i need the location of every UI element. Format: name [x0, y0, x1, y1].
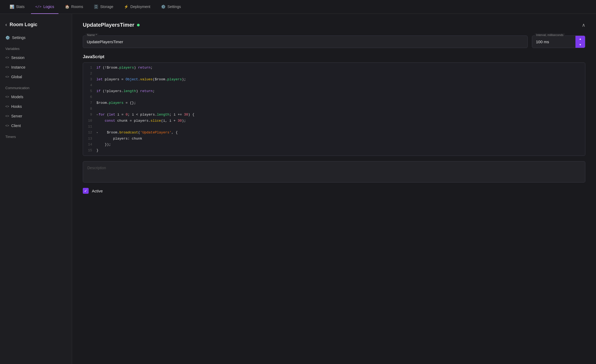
sidebar-item-session[interactable]: <> Session: [0, 53, 72, 62]
code-line: 2: [83, 71, 585, 77]
nav-deployment[interactable]: ⚡ Deployment: [120, 0, 155, 14]
communication-section-label: Communication: [0, 82, 72, 92]
logic-header: UpdatePlayersTimer ∧: [83, 22, 585, 28]
line-number: 12: [83, 130, 96, 135]
line-number: 8: [83, 106, 96, 112]
active-label: Active: [92, 189, 103, 193]
interval-down-button[interactable]: ▼: [575, 42, 585, 48]
interval-container: Interval, milliseconds 100 ms ▲ ▼: [532, 35, 585, 48]
line-number: 3: [83, 77, 96, 82]
sidebar-item-global[interactable]: <> Global: [0, 72, 72, 82]
code-icon-instance: <>: [5, 65, 9, 69]
code-icon-hooks: <>: [5, 105, 9, 108]
code-line: 6: [83, 94, 585, 100]
code-line: 13 players: chunk: [83, 136, 585, 142]
line-content: if (!players.length) return;: [96, 89, 155, 94]
code-line: 15}: [83, 148, 585, 153]
collapse-button[interactable]: ∧: [582, 22, 585, 28]
line-number: 14: [83, 142, 96, 147]
expand-arrow-icon[interactable]: ▾: [96, 113, 98, 116]
line-number: 7: [83, 100, 96, 106]
main-content: UpdatePlayersTimer ∧ Name * UpdatePlayer…: [72, 14, 596, 364]
code-icon-session: <>: [5, 56, 9, 60]
nav-stats[interactable]: 📊 Stats: [5, 0, 29, 14]
settings-nav-icon: ⚙️: [161, 5, 166, 9]
code-editor[interactable]: 1if (!$room.players) return;23let player…: [83, 62, 585, 156]
sidebar-title: Room Logic: [10, 22, 37, 27]
active-row: ✓ Active: [83, 188, 585, 194]
nav-storage[interactable]: 🗄️ Storage: [89, 0, 117, 14]
name-field-container: Name * UpdatePlayersTimer: [83, 35, 528, 48]
rooms-icon: 🏠: [65, 5, 69, 9]
code-line: 9▾for (let i = 0; i < players.length; i …: [83, 112, 585, 118]
status-dot: [137, 24, 140, 26]
interval-up-button[interactable]: ▲: [575, 36, 585, 42]
deployment-icon: ⚡: [124, 5, 128, 9]
logic-title: UpdatePlayersTimer: [83, 22, 140, 28]
name-field-label: Name *: [86, 33, 98, 37]
nav-logics[interactable]: </> Logics: [31, 0, 58, 14]
line-number: 1: [83, 65, 96, 70]
back-button[interactable]: ‹: [5, 22, 7, 27]
code-line: 7$room.players = {};: [83, 100, 585, 106]
sidebar-item-instance[interactable]: <> Instance: [0, 62, 72, 72]
code-line: 5if (!players.length) return;: [83, 88, 585, 94]
code-line: 10 const chunk = players.slice(i, i + 30…: [83, 118, 585, 124]
variables-section-label: Variables: [0, 42, 72, 53]
code-line: 8: [83, 106, 585, 112]
interval-buttons: ▲ ▼: [575, 36, 585, 48]
sidebar-item-client[interactable]: <> Client: [0, 121, 72, 130]
timers-section-label: Timers: [0, 130, 72, 141]
code-icon-global: <>: [5, 75, 9, 79]
expand-arrow-icon[interactable]: ▾: [96, 131, 98, 134]
line-number: 10: [83, 118, 96, 124]
sidebar: ‹ Room Logic ⚙️ Settings Variables <> Se…: [0, 14, 72, 364]
line-content: ▾ $room.broadcast('UpdatePlayers', {: [96, 130, 178, 136]
line-number: 15: [83, 148, 96, 153]
line-number: 13: [83, 136, 96, 141]
name-field-value: UpdatePlayersTimer: [87, 39, 123, 44]
sidebar-item-server[interactable]: <> Server: [0, 111, 72, 121]
active-checkbox[interactable]: ✓: [83, 188, 89, 194]
sidebar-header: ‹ Room Logic: [0, 19, 72, 33]
code-icon-server: <>: [5, 114, 9, 118]
line-number: 4: [83, 83, 96, 88]
code-icon-models: <>: [5, 95, 9, 99]
nav-settings[interactable]: ⚙️ Settings: [157, 0, 185, 14]
gear-icon: ⚙️: [5, 35, 10, 40]
code-icon-client: <>: [5, 124, 9, 128]
line-number: 5: [83, 89, 96, 94]
line-content: }: [96, 148, 99, 153]
line-content: players: chunk: [96, 136, 142, 141]
stats-icon: 📊: [10, 5, 14, 9]
sidebar-item-models[interactable]: <> Models: [0, 92, 72, 102]
code-line: 11: [83, 124, 585, 130]
code-line: 3let players = Object.values($room.playe…: [83, 77, 585, 82]
line-content: });: [96, 142, 111, 147]
logics-icon: </>: [35, 5, 41, 9]
line-number: 2: [83, 71, 96, 76]
sidebar-item-hooks[interactable]: <> Hooks: [0, 102, 72, 111]
line-content: ▾for (let i = 0; i < players.length; i +…: [96, 112, 194, 118]
interval-label: Interval, milliseconds: [535, 33, 565, 37]
nav-rooms[interactable]: 🏠 Rooms: [61, 0, 87, 14]
code-line: 14 });: [83, 142, 585, 148]
check-icon: ✓: [84, 189, 87, 193]
top-nav: 📊 Stats </> Logics 🏠 Rooms 🗄️ Storage ⚡ …: [0, 0, 596, 14]
code-lines: 1if (!$room.players) return;23let player…: [83, 63, 585, 156]
line-content: let players = Object.values($room.player…: [96, 77, 186, 82]
interval-value: 100 ms: [532, 36, 575, 48]
line-number: 6: [83, 94, 96, 100]
line-content: $room.players = {};: [96, 100, 136, 106]
code-line: 12▾ $room.broadcast('UpdatePlayers', {: [83, 130, 585, 136]
storage-icon: 🗄️: [94, 5, 98, 9]
code-line: 4: [83, 82, 585, 88]
javascript-label: JavaScript: [83, 54, 585, 59]
line-content: const chunk = players.slice(i, i + 30);: [96, 118, 186, 124]
main-layout: ‹ Room Logic ⚙️ Settings Variables <> Se…: [0, 14, 596, 364]
sidebar-item-settings[interactable]: ⚙️ Settings: [0, 33, 72, 42]
description-field[interactable]: Description: [83, 161, 585, 183]
line-number: 9: [83, 112, 96, 117]
code-line: 1if (!$room.players) return;: [83, 65, 585, 71]
line-content: if (!$room.players) return;: [96, 65, 153, 70]
